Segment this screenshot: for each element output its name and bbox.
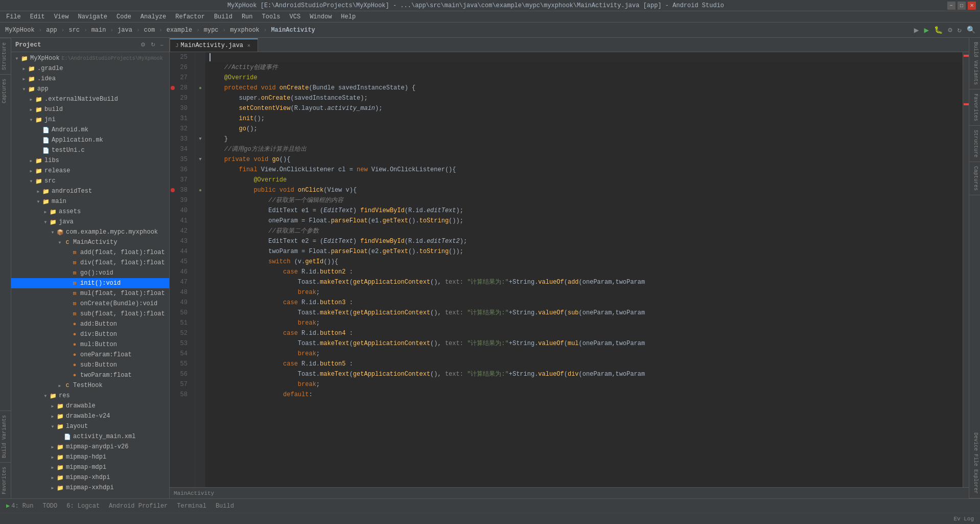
menu-item-file[interactable]: File (2, 12, 25, 21)
tree-arrow-res[interactable]: ▼ (42, 392, 49, 399)
tree-arrow-libs[interactable]: ▶ (28, 157, 35, 164)
tree-arrow-layout[interactable]: ▼ (49, 423, 56, 430)
tree-arrow-mipmap-hdpi[interactable]: ▶ (49, 453, 56, 461)
tree-arrow-testhook[interactable]: ▶ (56, 382, 63, 389)
tree-item-mul-method[interactable]: ▶ m mul(float, float):float (11, 288, 169, 299)
tree-item-mipmap-mdpi[interactable]: ▶ 📁 mipmap-mdpi (11, 462, 169, 472)
tree-arrow-idea[interactable]: ▶ (20, 75, 28, 82)
tree-item-package[interactable]: ▼ 📦 com.example.mypc.myxphook (11, 227, 169, 237)
tree-item-idea[interactable]: ▶ 📁 .idea (11, 74, 169, 84)
tree-item-twoparam-field[interactable]: ▶ ● twoParam:float (11, 370, 169, 380)
tree-arrow-gradle[interactable]: ▶ (20, 65, 28, 72)
bottom-tab-terminal[interactable]: Terminal (173, 501, 211, 511)
tree-item-app[interactable]: ▼ 📁 app (11, 84, 169, 94)
run-app-icon[interactable]: ▶ (924, 25, 929, 35)
run-icon[interactable]: ▶ (914, 25, 919, 35)
tree-item-oneparam-field[interactable]: ▶ ● oneParam:float (11, 350, 169, 360)
gutter-38[interactable]: ● (195, 185, 205, 195)
maximize-button[interactable]: □ (958, 2, 966, 10)
tree-item-layout[interactable]: ▼ 📁 layout (11, 421, 169, 431)
tree-item-mipmap-anydpi[interactable]: ▶ 📁 mipmap-anydpi-v26 (11, 442, 169, 452)
right-tab-build-variants[interactable]: Build Variants (969, 38, 980, 89)
tree-item-div-field[interactable]: ▶ ● div:Button (11, 329, 169, 339)
breadcrumb-mypc[interactable]: mypc (202, 26, 221, 35)
close-button[interactable]: ✕ (968, 2, 976, 10)
sidebar-collapse-btn[interactable]: − (159, 41, 165, 49)
tree-arrow-myxphook[interactable]: ▼ (13, 55, 20, 62)
tree-arrow-build[interactable]: ▶ (28, 106, 35, 113)
tree-arrow-package[interactable]: ▼ (49, 229, 56, 236)
menu-item-analyze[interactable]: Analyze (136, 12, 170, 21)
attach-icon[interactable]: ⚙ (948, 26, 952, 34)
gutter-28[interactable]: ● (195, 83, 205, 93)
menu-item-build[interactable]: Build (210, 12, 237, 21)
status-ev-log[interactable]: Ev Log (951, 515, 976, 523)
right-tab-device-file[interactable]: Device File Explorer (969, 428, 980, 498)
tree-item-build[interactable]: ▶ 📁 build (11, 104, 169, 115)
tree-item-libs[interactable]: ▶ 📁 libs (11, 155, 169, 166)
tree-item-jni[interactable]: ▼ 📁 jni (11, 115, 169, 125)
left-tab-build-variants[interactable]: Build Variants (0, 411, 11, 462)
tree-arrow-drawable-v24[interactable]: ▶ (49, 413, 56, 420)
minimize-button[interactable]: − (947, 2, 955, 10)
breadcrumb-com[interactable]: com (142, 26, 157, 35)
tree-arrow-src[interactable]: ▼ (28, 177, 35, 185)
tree-item-sub-method[interactable]: ▶ m sub(float, float):float (11, 309, 169, 319)
breadcrumb-example[interactable]: example (165, 26, 194, 35)
menu-item-tools[interactable]: Tools (258, 12, 285, 21)
tree-item-mipmap-hdpi[interactable]: ▶ 📁 mipmap-hdpi (11, 452, 169, 462)
tree-item-externalnative[interactable]: ▶ 📁 .externalNativeBuild (11, 94, 169, 104)
editor-tab-mainactivity[interactable]: J MainActivity.java ✕ (170, 38, 258, 52)
bottom-tab-logcat[interactable]: 6: Logcat (62, 501, 104, 511)
code-content[interactable]: //Actity创建事件 @Override protected void on… (205, 52, 963, 487)
tree-item-sub-field[interactable]: ▶ ● sub:Button (11, 360, 169, 370)
right-tab-favorites[interactable]: Favorites (969, 89, 980, 126)
tree-item-mipmap-xxhdpi[interactable]: ▶ 📁 mipmap-xxhdpi (11, 483, 169, 493)
menu-item-help[interactable]: Help (337, 12, 360, 21)
tree-item-myxphook[interactable]: ▼ 📁 MyXpHook E:\AndroidStudioProjects\My… (11, 53, 169, 63)
tree-item-androidtest[interactable]: ▶ 📁 androidTest (11, 186, 169, 196)
tree-arrow-jni[interactable]: ▼ (28, 116, 35, 123)
menu-item-edit[interactable]: Edit (26, 12, 49, 21)
tree-item-assets[interactable]: ▶ 📁 assets (11, 207, 169, 217)
breadcrumb-main[interactable]: main (89, 26, 108, 35)
tree-item-res[interactable]: ▼ 📁 res (11, 391, 169, 401)
left-tab-favorites[interactable]: Favorites (0, 462, 11, 498)
tree-arrow-mipmap-anydpi[interactable]: ▶ (49, 443, 56, 450)
menu-item-vcs[interactable]: VCS (286, 12, 305, 21)
tree-item-mul-field[interactable]: ▶ ● mul:Button (11, 339, 169, 350)
tree-item-main[interactable]: ▼ 📁 main (11, 196, 169, 207)
tree-item-oncreate-method[interactable]: ▶ m onCreate(Bundle):void (11, 299, 169, 309)
menu-item-navigate[interactable]: Navigate (74, 12, 111, 21)
bottom-tab-build[interactable]: Build (212, 501, 238, 511)
tree-item-android-mk[interactable]: ▶ 📄 Android.mk (11, 125, 169, 135)
sync-icon[interactable]: ↻ (958, 26, 962, 34)
gutter-33[interactable]: ▼ (195, 134, 205, 144)
tree-item-testuni[interactable]: ▶ 📄 testUni.c (11, 145, 169, 155)
tree-item-go-method[interactable]: ▶ m go():void (11, 268, 169, 278)
right-tab-captures[interactable]: Captures (969, 162, 980, 195)
tree-item-gradle[interactable]: ▶ 📁 .gradle (11, 63, 169, 74)
breadcrumb-app[interactable]: app (44, 26, 59, 35)
left-tab-captures[interactable]: Captures (0, 74, 11, 107)
right-tab-structure[interactable]: Structure (969, 126, 980, 162)
gutter-35[interactable]: ▼ (195, 154, 205, 165)
tab-close-mainactivity[interactable]: ✕ (245, 42, 252, 49)
menu-item-code[interactable]: Code (112, 12, 135, 21)
menu-item-window[interactable]: Window (306, 12, 336, 21)
tree-arrow-main[interactable]: ▼ (35, 198, 42, 205)
tree-arrow-mipmap-xxhdpi[interactable]: ▶ (49, 484, 56, 491)
bottom-tab-run[interactable]: ▶ 4: Run (2, 501, 37, 511)
tree-arrow-androidtest[interactable]: ▶ (35, 188, 42, 195)
tree-item-add-field[interactable]: ▶ ● add:Button (11, 319, 169, 329)
tree-item-activity-main-xml[interactable]: ▶ 📄 activity_main.xml (11, 431, 169, 442)
tree-item-testhook[interactable]: ▶ C TestHook (11, 380, 169, 391)
tree-item-release[interactable]: ▶ 📁 release (11, 166, 169, 176)
tree-arrow-app[interactable]: ▼ (20, 85, 28, 93)
tree-item-application-mk[interactable]: ▶ 📄 Application.mk (11, 135, 169, 145)
debug-icon[interactable]: 🐛 (934, 26, 943, 34)
tree-item-add-method[interactable]: ▶ m add(float, float):float (11, 247, 169, 258)
search-icon[interactable]: 🔍 (967, 26, 975, 34)
bottom-tab-todo[interactable]: TODO (38, 501, 61, 511)
sidebar-settings-btn[interactable]: ⚙ (139, 41, 147, 49)
